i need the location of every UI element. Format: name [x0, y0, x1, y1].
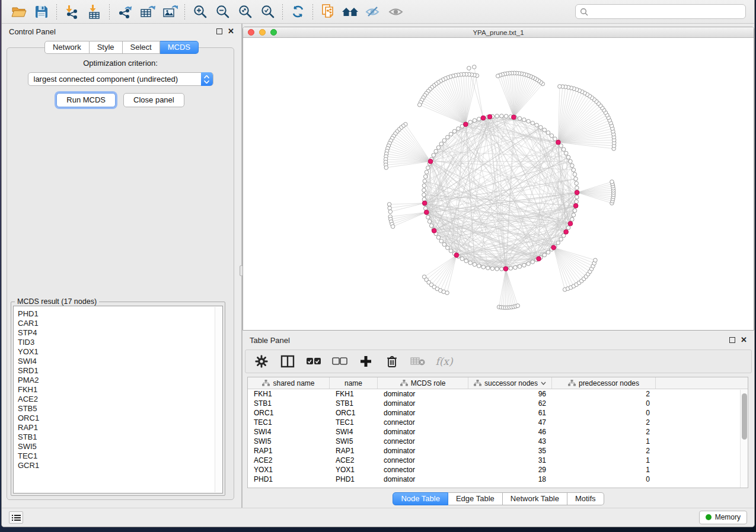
- mcds-result-item[interactable]: ORC1: [18, 414, 222, 423]
- clone-network-button[interactable]: [317, 2, 339, 21]
- graph-hub-node[interactable]: [428, 159, 433, 164]
- graph-hub-node[interactable]: [573, 203, 578, 208]
- mcds-result-item[interactable]: STB5: [18, 404, 222, 414]
- graph-node[interactable]: [509, 267, 513, 271]
- graph-hub-node[interactable]: [551, 245, 556, 250]
- graph-node[interactable]: [531, 121, 535, 125]
- graph-node[interactable]: [527, 262, 531, 266]
- graph-node[interactable]: [610, 180, 614, 184]
- mcds-result-item[interactable]: STB1: [18, 432, 222, 442]
- table-row[interactable]: SWI4SWI4dominator462: [248, 427, 748, 437]
- table-row[interactable]: TEC1TEC1connector472: [248, 418, 748, 427]
- graph-node[interactable]: [543, 253, 547, 257]
- graph-node[interactable]: [388, 210, 393, 214]
- graph-node[interactable]: [426, 215, 430, 219]
- graph-node[interactable]: [495, 267, 499, 271]
- table-row[interactable]: PHD1PHD1dominator180: [248, 475, 748, 484]
- graph-node[interactable]: [490, 267, 495, 271]
- graph-node[interactable]: [417, 103, 422, 107]
- graph-node[interactable]: [422, 193, 426, 197]
- export-table-button[interactable]: [136, 2, 158, 21]
- graph-node[interactable]: [457, 127, 461, 131]
- graph-hub-node[interactable]: [564, 230, 569, 235]
- graph-hub-node[interactable]: [463, 122, 468, 127]
- graph-node[interactable]: [556, 241, 560, 245]
- graph-node[interactable]: [432, 153, 436, 158]
- graph-node[interactable]: [464, 259, 468, 263]
- graph-node[interactable]: [575, 181, 579, 185]
- float-table-panel-icon[interactable]: [729, 337, 735, 343]
- tab-network-table[interactable]: Network Table: [503, 492, 567, 505]
- mcds-result-item[interactable]: PHD1: [18, 309, 222, 319]
- graph-node[interactable]: [594, 258, 598, 262]
- graph-hub-node[interactable]: [422, 201, 427, 206]
- graph-node[interactable]: [422, 188, 426, 193]
- refresh-button[interactable]: [286, 2, 309, 21]
- graph-node[interactable]: [558, 85, 562, 89]
- graph-node[interactable]: [559, 238, 563, 242]
- graph-node[interactable]: [513, 265, 518, 270]
- graph-node[interactable]: [550, 134, 554, 138]
- graph-node[interactable]: [445, 135, 449, 139]
- graph-hub-node[interactable]: [503, 267, 508, 271]
- run-mcds-button[interactable]: Run MCDS: [56, 93, 116, 107]
- graph-node[interactable]: [495, 114, 499, 118]
- mcds-result-item[interactable]: SWI5: [18, 442, 222, 451]
- export-network-button[interactable]: [113, 2, 136, 21]
- graph-node[interactable]: [436, 146, 441, 150]
- tab-motifs[interactable]: Motifs: [567, 492, 604, 505]
- graph-node[interactable]: [426, 166, 430, 170]
- graph-node[interactable]: [504, 114, 508, 118]
- export-image-button[interactable]: [158, 2, 181, 21]
- graph-node[interactable]: [423, 179, 427, 183]
- graph-node[interactable]: [516, 304, 520, 308]
- graph-node[interactable]: [449, 249, 453, 253]
- close-panel-button[interactable]: Close panel: [123, 93, 184, 107]
- mcds-result-item[interactable]: ACE2: [18, 395, 222, 404]
- search-input[interactable]: [591, 8, 741, 16]
- graph-node[interactable]: [477, 117, 481, 121]
- graph-node[interactable]: [527, 119, 531, 123]
- table-row[interactable]: SWI5SWI5connector431: [248, 437, 748, 446]
- tab-select[interactable]: Select: [123, 41, 160, 54]
- network-graph-canvas[interactable]: [243, 38, 754, 331]
- graph-node[interactable]: [442, 139, 446, 143]
- graph-node[interactable]: [569, 159, 573, 164]
- column-header-MCDS-role[interactable]: MCDS role: [378, 377, 468, 389]
- graph-hub-node[interactable]: [454, 253, 459, 258]
- graph-node[interactable]: [481, 265, 486, 269]
- graph-node[interactable]: [473, 262, 477, 267]
- graph-node[interactable]: [553, 137, 557, 141]
- graph-node[interactable]: [439, 142, 444, 146]
- column-header-name[interactable]: name: [330, 377, 378, 389]
- delete-column-button[interactable]: [383, 352, 401, 370]
- mcds-result-item[interactable]: SRD1: [18, 366, 222, 376]
- graph-node[interactable]: [423, 206, 428, 210]
- graph-hub-node[interactable]: [432, 229, 436, 233]
- zoom-out-button[interactable]: [211, 2, 234, 21]
- graph-node[interactable]: [442, 242, 446, 246]
- search-field[interactable]: [575, 4, 746, 19]
- mcds-result-item[interactable]: TEC1: [18, 451, 222, 461]
- table-row[interactable]: RAP1RAP1dominator352: [248, 446, 748, 456]
- graph-node[interactable]: [468, 261, 473, 265]
- table-row[interactable]: YOX1YOX1connector291: [248, 465, 748, 475]
- save-session-button[interactable]: [30, 2, 53, 21]
- graph-node[interactable]: [439, 239, 444, 243]
- graph-node[interactable]: [428, 220, 432, 224]
- graph-node[interactable]: [575, 195, 579, 199]
- add-column-button[interactable]: [357, 352, 375, 370]
- graph-node[interactable]: [473, 118, 477, 123]
- graph-node[interactable]: [546, 131, 550, 135]
- graph-node[interactable]: [425, 170, 429, 174]
- tab-style[interactable]: Style: [90, 41, 123, 54]
- graph-node[interactable]: [468, 120, 473, 124]
- graph-node[interactable]: [574, 177, 578, 181]
- column-header-shared-name[interactable]: shared name: [248, 377, 330, 389]
- graph-node[interactable]: [436, 236, 441, 240]
- graph-hub-node[interactable]: [568, 222, 573, 226]
- mcds-result-item[interactable]: PMA2: [18, 376, 222, 385]
- graph-node[interactable]: [572, 168, 576, 172]
- graph-node[interactable]: [566, 155, 570, 159]
- mcds-result-list[interactable]: PHD1CAR1STP4TID3YOX1SWI4SRD1PMA2FKH1ACE2…: [13, 306, 223, 493]
